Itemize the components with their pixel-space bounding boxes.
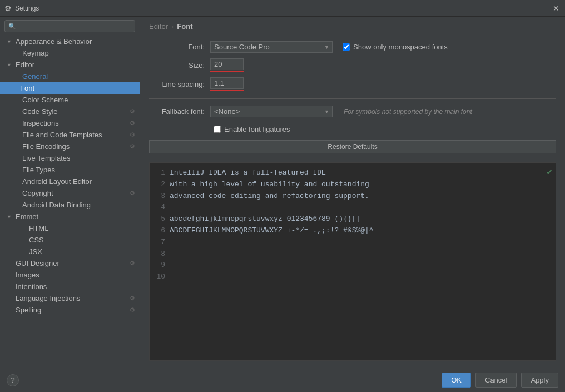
sidebar-item-label: File Encodings — [22, 142, 70, 151]
line-spacing-input[interactable] — [210, 77, 244, 89]
breadcrumb-parent: Editor — [149, 22, 168, 31]
sidebar-item-label: HTML — [29, 224, 48, 232]
fallback-dropdown-wrapper: <None> Arial Helvetica ▼ — [210, 106, 333, 117]
window-title: Settings — [15, 4, 39, 12]
ligatures-checkbox[interactable] — [214, 126, 221, 133]
settings-window: ⚙ Settings ✕ 🔍 Appearance & Behavior Key… — [0, 0, 565, 392]
size-input-wrapper — [210, 58, 244, 72]
help-button[interactable]: ? — [7, 374, 19, 386]
breadcrumb-current: Font — [177, 22, 192, 31]
sidebar-item-label: Copyright — [22, 189, 53, 197]
sidebar-item-file-code-templates[interactable]: File and Code Templates ⚙ — [0, 129, 140, 141]
sidebar-item-editor[interactable]: Editor — [0, 59, 140, 71]
font-label: Font: — [149, 43, 205, 51]
line-number: 3 — [152, 191, 165, 202]
breadcrumb-separator: › — [171, 22, 174, 31]
sidebar-item-inspections[interactable]: Inspections ⚙ — [0, 117, 140, 129]
sidebar-item-html[interactable]: HTML — [0, 222, 140, 234]
line-number: 10 — [152, 271, 165, 283]
ok-button[interactable]: OK — [442, 373, 471, 388]
size-label: Size: — [149, 61, 205, 70]
main-content: 🔍 Appearance & Behavior Keymap Editor Ge… — [0, 17, 565, 368]
sidebar-item-label: Color Scheme — [22, 96, 68, 104]
preview-line-9: 9 — [150, 260, 556, 271]
app-icon: ⚙ — [4, 4, 12, 13]
preview-line-7: 7 — [150, 237, 556, 249]
line-spacing-input-wrapper — [210, 77, 244, 91]
fallback-font-row: Fallback font: <None> Arial Helvetica ▼ … — [149, 106, 556, 117]
sidebar-item-label: Images — [16, 271, 39, 279]
gear-icon: ⚙ — [130, 295, 135, 302]
sidebar-item-copyright[interactable]: Copyright ⚙ — [0, 187, 140, 199]
expand-arrow — [7, 62, 13, 68]
sidebar-item-label: Spelling — [16, 306, 41, 314]
sidebar-item-images[interactable]: Images — [0, 269, 140, 281]
fallback-label: Fallback font: — [149, 107, 205, 116]
gear-icon: ⚙ — [130, 131, 135, 138]
size-input[interactable] — [210, 58, 244, 70]
gear-icon: ⚙ — [130, 190, 135, 197]
sidebar-item-spelling[interactable]: Spelling ⚙ — [0, 304, 140, 316]
expand-arrow — [7, 39, 13, 44]
panel-header: Editor › Font — [140, 17, 565, 34]
sidebar-item-intentions[interactable]: Intentions — [0, 281, 140, 292]
line-content: with a high level of usability and outst… — [170, 179, 369, 191]
sidebar-item-language-injections[interactable]: Language Injections ⚙ — [0, 292, 140, 304]
line-number: 4 — [152, 202, 165, 214]
sidebar-item-emmet[interactable]: Emmet — [0, 211, 140, 222]
restore-defaults-button[interactable]: Restore Defaults — [149, 140, 556, 153]
sidebar-item-android-data-binding[interactable]: Android Data Binding — [0, 199, 140, 211]
line-spacing-underline — [210, 90, 244, 91]
sidebar-item-label: GUI Designer — [16, 259, 60, 267]
sidebar-item-label: Intentions — [16, 282, 47, 291]
sidebar-item-keymap[interactable]: Keymap — [0, 47, 140, 59]
font-preview: ✔ 1 IntelliJ IDEA is a full-featured IDE… — [149, 162, 556, 361]
sidebar-item-label: File and Code Templates — [22, 131, 102, 139]
font-row: Font: Source Code Pro Consolas Courier N… — [149, 41, 556, 53]
sidebar-item-label: General — [22, 72, 48, 81]
preview-line-6: 6 ABCDEFGHIJKLMNOPQRSTUVWXYZ +-*/= .,;:!… — [150, 225, 556, 237]
monospaced-checkbox[interactable] — [343, 43, 350, 51]
checkmark-icon: ✔ — [547, 166, 552, 177]
sidebar-item-android-layout[interactable]: Android Layout Editor — [0, 176, 140, 187]
gear-icon: ⚙ — [130, 143, 135, 150]
sidebar-item-file-encodings[interactable]: File Encodings ⚙ — [0, 141, 140, 152]
ligatures-label: Enable font ligatures — [224, 125, 290, 133]
close-button[interactable]: ✕ — [552, 4, 561, 13]
ligatures-row: Enable font ligatures — [149, 125, 556, 133]
monospaced-label: Show only monospaced fonts — [353, 43, 448, 51]
sidebar-item-color-scheme[interactable]: Color Scheme — [0, 94, 140, 106]
font-select[interactable]: Source Code Pro Consolas Courier New Fir… — [210, 41, 333, 53]
sidebar-item-label: CSS — [29, 236, 44, 244]
sidebar-item-live-templates[interactable]: Live Templates — [0, 152, 140, 164]
apply-button[interactable]: Apply — [521, 373, 558, 388]
cancel-button[interactable]: Cancel — [475, 373, 517, 388]
action-buttons: OK Cancel Apply — [442, 373, 558, 388]
sidebar-item-file-types[interactable]: File Types — [0, 164, 140, 176]
sidebar-item-label: Emmet — [16, 212, 38, 221]
sidebar-item-font[interactable]: Font — [0, 82, 140, 94]
search-input[interactable] — [18, 22, 131, 30]
search-box[interactable]: 🔍 — [4, 20, 135, 32]
preview-line-1: 1 IntelliJ IDEA is a full-featured IDE — [150, 167, 556, 179]
line-number: 2 — [152, 179, 165, 191]
sidebar-item-label: Language Injections — [16, 294, 80, 302]
titlebar-left: ⚙ Settings — [4, 4, 39, 13]
sidebar-item-css[interactable]: CSS — [0, 234, 140, 246]
line-spacing-label: Line spacing: — [149, 80, 205, 88]
line-content: ABCDEFGHIJKLMNOPQRSTUVWXYZ +-*/= .,;:!? … — [170, 225, 374, 237]
size-row: Size: — [149, 58, 556, 72]
sidebar-item-code-style[interactable]: Code Style ⚙ — [0, 106, 140, 117]
sidebar-item-label: Appearance & Behavior — [16, 37, 92, 46]
main-panel: Editor › Font Font: Source Code Pro Cons… — [140, 17, 565, 368]
fallback-select[interactable]: <None> Arial Helvetica — [210, 106, 333, 117]
line-number: 7 — [152, 237, 165, 249]
sidebar-item-general[interactable]: General — [0, 71, 140, 82]
gear-icon: ⚙ — [130, 306, 135, 314]
panel-content: Font: Source Code Pro Consolas Courier N… — [140, 34, 565, 368]
sidebar-item-gui-designer[interactable]: GUI Designer ⚙ — [0, 257, 140, 269]
sidebar-item-label: Code Style — [22, 107, 58, 116]
sidebar-item-jsx[interactable]: JSX — [0, 246, 140, 257]
sidebar-item-appearance[interactable]: Appearance & Behavior — [0, 36, 140, 47]
sidebar: 🔍 Appearance & Behavior Keymap Editor Ge… — [0, 17, 140, 368]
